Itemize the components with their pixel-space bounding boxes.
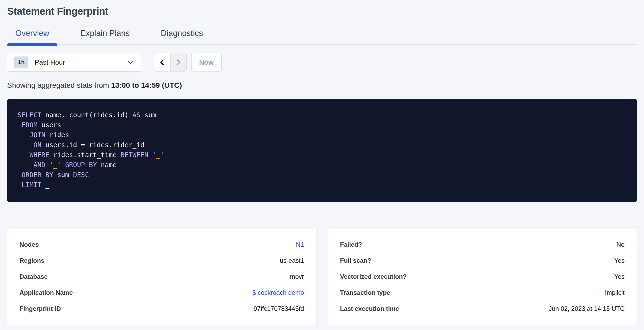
sql-line: WHERE rides.start_time BETWEEN '_' (18, 150, 626, 160)
summary-label-database: Database (19, 273, 48, 280)
tab-overview[interactable]: Overview (7, 29, 57, 44)
summary-row-transaction-type: Transaction typeImplicit (340, 285, 625, 301)
chevron-down-icon (127, 59, 134, 66)
summary-label-application-name: Application Name (19, 289, 73, 296)
summary-row-nodes: NodesN1 (19, 236, 304, 252)
summary-row-failed: Failed?No (340, 236, 625, 252)
summary-row-last-execution-time: Last execution timeJun 02, 2023 at 14:15… (340, 301, 625, 317)
stats-range: 13:00 to 14:59 (UTC) (111, 81, 182, 89)
summary-label-failed: Failed? (340, 241, 362, 248)
summary-value-last-execution-time: Jun 02, 2023 at 14:15 UTC (549, 305, 625, 312)
summary-card-left: NodesN1Regionsus-east1DatabasemovrApplic… (7, 227, 316, 326)
stats-prefix: Showing aggregated stats from (7, 81, 111, 89)
summary-value-nodes-link[interactable]: N1 (296, 241, 304, 248)
summary-row-fingerprint-id: Fingerprint ID97ffc170783445fd (19, 301, 304, 317)
prev-interval-button[interactable] (154, 53, 170, 71)
sql-line: ORDER BY sum DESC (18, 170, 626, 180)
page-title: Statement Fingerprint (7, 6, 637, 17)
summary-row-application-name: Application Name$ cockroach demo (19, 285, 304, 301)
summary-value-transaction-type: Implicit (605, 289, 625, 296)
summary-label-fingerprint-id: Fingerprint ID (19, 305, 61, 312)
sql-line: ON users.id = rides.rider_id (18, 140, 626, 150)
chevron-left-icon (158, 58, 166, 66)
now-button[interactable]: Now (191, 53, 222, 71)
sql-line: JOIN rides (18, 130, 626, 140)
time-range-badge: 1h (14, 56, 28, 68)
sql-line: FROM users (18, 120, 626, 130)
summary-row-regions: Regionsus-east1 (19, 252, 304, 269)
summary-label-last-execution-time: Last execution time (340, 305, 399, 312)
summary-label-regions: Regions (19, 257, 44, 264)
summary-value-application-name-link[interactable]: $ cockroach demo (252, 289, 304, 296)
time-range-select[interactable]: 1h Past Hour (7, 53, 141, 72)
summary-value-database: movr (290, 273, 304, 280)
chevron-right-icon (174, 58, 182, 66)
sql-statement-box: SELECT name, count(rides.id) AS sum FROM… (7, 99, 637, 202)
summary-row-full-scan: Full scan?Yes (340, 252, 625, 269)
time-controls: 1h Past Hour Now (7, 53, 637, 72)
time-range-label: Past Hour (35, 58, 65, 66)
interval-button-group (154, 53, 187, 71)
summary-card-right: Failed?NoFull scan?YesVectorized executi… (328, 227, 637, 326)
sql-line: LIMIT _ (18, 180, 626, 190)
summary-label-transaction-type: Transaction type (340, 289, 390, 296)
summary-value-vectorized-execution: Yes (614, 273, 625, 280)
tab-bar: OverviewExplain PlansDiagnostics (7, 29, 637, 45)
summary-value-full-scan: Yes (614, 257, 625, 264)
summary-value-fingerprint-id: 97ffc170783445fd (254, 305, 304, 312)
summary-cards: NodesN1Regionsus-east1DatabasemovrApplic… (7, 227, 637, 326)
summary-row-database: Databasemovr (19, 269, 304, 285)
summary-value-failed: No (616, 241, 625, 248)
summary-value-regions: us-east1 (280, 257, 304, 264)
summary-row-vectorized-execution: Vectorized execution?Yes (340, 269, 625, 285)
tab-explain-plans[interactable]: Explain Plans (72, 29, 138, 44)
summary-label-vectorized-execution: Vectorized execution? (340, 273, 407, 280)
tab-diagnostics[interactable]: Diagnostics (153, 29, 211, 44)
aggregated-stats-summary: Showing aggregated stats from 13:00 to 1… (7, 81, 637, 90)
sql-line: SELECT name, count(rides.id) AS sum (18, 110, 626, 120)
next-interval-button[interactable] (170, 53, 186, 71)
summary-label-full-scan: Full scan? (340, 257, 371, 264)
sql-line: AND '_' GROUP BY name (18, 160, 626, 170)
summary-label-nodes: Nodes (19, 241, 39, 248)
